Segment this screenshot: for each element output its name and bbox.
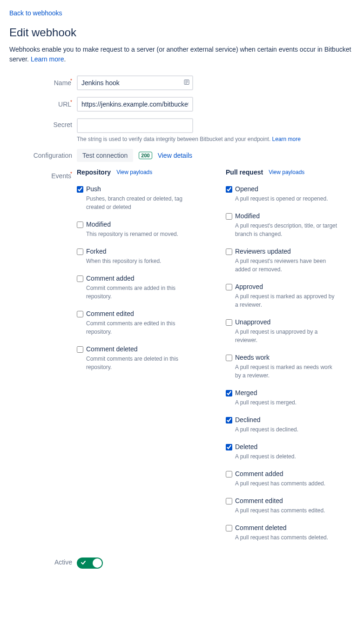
pr-column-title: Pull request [226,168,263,176]
configuration-label: Configuration [9,149,77,159]
secret-learn-more-link[interactable]: Learn more [272,136,301,142]
pr-event-item: Needs workA pull request is marked as ne… [226,354,337,380]
pr-event-item: DeletedA pull request is deleted. [226,443,337,461]
repo-event-item: Comment editedCommit comments are edited… [77,310,189,336]
active-toggle[interactable] [77,558,103,569]
pr-event-checkbox[interactable] [226,471,232,477]
pr-event-desc: A pull request is merged. [235,398,337,407]
pr-event-name: Deleted [235,443,337,450]
pr-event-checkbox[interactable] [226,525,232,531]
pr-event-desc: A pull request has comments deleted. [235,533,337,542]
learn-more-link[interactable]: Learn more [31,55,64,63]
pr-event-name: Unapproved [235,318,337,326]
url-input[interactable] [77,97,193,112]
repo-event-item: ModifiedThis repository is renamed or mo… [77,221,189,238]
pr-event-item: OpenedA pull request is opened or reopen… [226,185,337,203]
pr-event-desc: A pull request is marked as approved by … [235,292,337,309]
repo-event-desc: When this repository is forked. [86,257,189,265]
pr-event-checkbox[interactable] [226,213,232,220]
pr-event-item: UnapprovedA pull request is unapproved b… [226,318,337,344]
period: . [64,55,66,63]
pr-event-name: Opened [235,185,337,193]
pr-event-item: DeclinedA pull request is declined. [226,416,337,434]
pr-event-desc: A pull request's reviewers have been add… [235,257,337,274]
url-label: URL* [9,97,77,108]
repo-event-checkbox[interactable] [77,249,83,255]
pr-event-checkbox[interactable] [226,390,232,396]
view-details-link[interactable]: View details [158,152,192,159]
pr-event-name: Needs work [235,354,337,361]
repo-event-item: PushPushes, branch created or deleted, t… [77,185,189,211]
repo-event-checkbox[interactable] [77,222,83,228]
pr-event-name: Comment edited [235,497,337,504]
pr-event-item: ApprovedA pull request is marked as appr… [226,283,337,309]
name-label: Name* [9,75,77,87]
pr-event-checkbox[interactable] [226,355,232,361]
page-description: Webhooks enable you to make request to a… [9,45,355,64]
check-icon [81,560,86,567]
repo-event-checkbox[interactable] [77,275,83,282]
repo-event-checkbox[interactable] [77,186,83,193]
repo-event-name: Modified [86,221,189,228]
pr-event-item: Comment editedA pull request has comment… [226,497,337,515]
back-to-webhooks-link[interactable]: Back to webhooks [9,9,355,17]
pr-event-desc: A pull request is declined. [235,425,337,434]
pr-event-name: Comment deleted [235,524,337,531]
pr-event-checkbox[interactable] [226,186,232,193]
secret-input[interactable] [77,118,193,133]
repo-event-checkbox[interactable] [77,311,83,317]
pr-event-name: Merged [235,389,337,396]
repo-event-item: Comment deletedCommit comments are delet… [77,345,189,371]
events-label: Events* [9,168,77,180]
pr-event-checkbox[interactable] [226,417,232,423]
pr-event-desc: A pull request is unapproved by a review… [235,328,337,344]
pr-view-payloads-link[interactable]: View payloads [269,169,304,175]
repository-events-column: Repository View payloads PushPushes, bra… [77,168,189,551]
repo-event-desc: Commit comments are edited in this repos… [86,319,189,336]
repo-view-payloads-link[interactable]: View payloads [116,169,152,175]
repo-event-desc: This repository is renamed or moved. [86,230,189,238]
pr-event-item: Reviewers updatedA pull request's review… [226,248,337,274]
secret-help-text: The string is used to verify data integr… [77,136,355,142]
pr-event-checkbox[interactable] [226,444,232,450]
status-badge: 200 [139,152,152,159]
repo-event-name: Push [86,185,189,193]
pr-event-name: Reviewers updated [235,248,337,255]
repo-event-name: Comment deleted [86,345,189,353]
pr-event-name: Modified [235,212,337,220]
repository-column-title: Repository [77,168,111,176]
page-title: Edit webhook [9,26,355,39]
pr-event-item: ModifiedA pull request's description, ti… [226,212,337,238]
pr-event-desc: A pull request has comments added. [235,479,337,488]
name-input[interactable] [77,75,193,90]
pr-event-desc: A pull request has comments edited. [235,506,337,515]
active-label: Active [9,558,77,566]
repo-event-item: ForkedWhen this repository is forked. [77,248,189,265]
pr-event-checkbox[interactable] [226,249,232,255]
repo-event-checkbox[interactable] [77,346,83,353]
pr-event-checkbox[interactable] [226,498,232,504]
pr-event-name: Approved [235,283,337,290]
pr-event-desc: A pull request is deleted. [235,452,337,461]
pr-event-name: Declined [235,416,337,423]
pr-event-desc: A pull request is opened or reopened. [235,195,337,203]
repo-event-desc: Commit comments are added in this reposi… [86,284,189,301]
pr-event-checkbox[interactable] [226,319,232,326]
repo-event-desc: Pushes, branch created or deleted, tag c… [86,195,189,211]
repo-event-name: Forked [86,248,189,255]
toggle-knob [93,558,102,568]
secret-label: Secret [9,118,77,128]
pr-event-desc: A pull request is marked as needs work b… [235,363,337,380]
test-connection-button[interactable]: Test connection [77,149,133,162]
pr-event-item: Comment addedA pull request has comments… [226,470,337,488]
pr-event-item: Comment deletedA pull request has commen… [226,524,337,542]
pull-request-events-column: Pull request View payloads OpenedA pull … [226,168,337,551]
pr-event-name: Comment added [235,470,337,477]
repo-event-desc: Commit comments are deleted in this repo… [86,355,189,371]
pr-event-desc: A pull request's description, title, or … [235,222,337,238]
repo-event-name: Comment edited [86,310,189,317]
pr-event-item: MergedA pull request is merged. [226,389,337,407]
repo-event-item: Comment addedCommit comments are added i… [77,275,189,301]
repo-event-name: Comment added [86,275,189,282]
pr-event-checkbox[interactable] [226,284,232,290]
